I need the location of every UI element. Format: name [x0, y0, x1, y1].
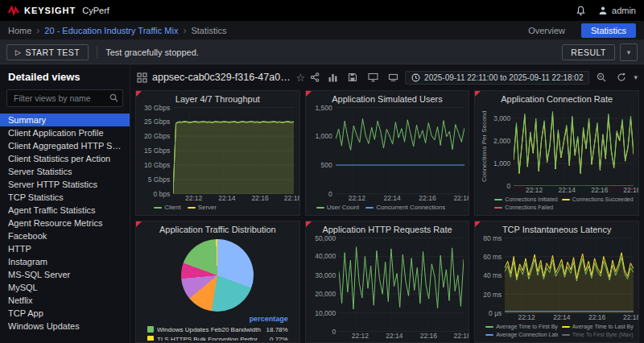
http-requests-chart[interactable]: 50,00040,00030,00020,00010,000022:1222:1…: [306, 238, 469, 342]
user-menu[interactable]: admin: [598, 6, 636, 15]
sidebar-item-netflix[interactable]: Netflix: [0, 294, 130, 307]
sidebar-item-tcp-statistics[interactable]: TCP Statistics: [0, 191, 130, 204]
legend-item[interactable]: Connections Succeeded: [562, 196, 634, 204]
sidebar-item-summary[interactable]: Summary: [0, 114, 130, 126]
chart-plot[interactable]: [336, 107, 464, 194]
panel-error-indicator: [306, 91, 312, 97]
x-axis-labels: 22:1222:1422:1622:18: [178, 194, 294, 203]
x-axis-labels: 22:1222:1422:1622:18: [341, 194, 464, 203]
legend-item[interactable]: User Count: [316, 204, 359, 212]
tv-mode-icon[interactable]: [385, 69, 401, 85]
pie-legend-row[interactable]: Windows Updates Feb20 Bandwidth18.78%: [147, 324, 288, 334]
y-axis-labels: 3,0002,0001,0000: [489, 107, 514, 186]
favorite-star-icon[interactable]: ☆: [295, 72, 305, 84]
dashboard-title: appsec-cab0c329-f316-47a0-8b9b-b39721fa6…: [152, 72, 291, 83]
zoom-out-icon[interactable]: [593, 69, 609, 85]
legend-series-mark: [494, 199, 502, 200]
chart-plot[interactable]: [339, 238, 464, 332]
y-axis-labels: 80 ms60 ms40 ms20 ms0 µs: [480, 238, 505, 313]
legend-item[interactable]: Concurrent Connections: [365, 204, 445, 212]
traffic-distribution-chart[interactable]: percentageWindows Updates Feb20 Bandwidt…: [136, 238, 299, 342]
tcp-latency-chart[interactable]: 80 ms60 ms40 ms20 ms0 µs22:1222:1422:162…: [475, 238, 638, 342]
sidebar-item-client-aggregated-http-statistics[interactable]: Client Aggregated HTTP Statistics: [0, 139, 130, 152]
test-action-bar: ▷ START TEST Test gracefully stopped. RE…: [0, 40, 644, 64]
x-axis-labels: 22:1222:1422:1622:18: [510, 313, 634, 322]
legend-series-mark: [485, 334, 493, 336]
pie-legend-label: TLS HTTPS Bulk Encryption Performance: [157, 336, 266, 341]
chart-plot[interactable]: [505, 238, 634, 313]
legend-swatch: [147, 326, 154, 333]
analytics-icon[interactable]: [324, 69, 341, 85]
sidebar-item-instagram[interactable]: Instagram: [0, 255, 130, 268]
filter-views-input[interactable]: [6, 89, 123, 107]
refresh-icon[interactable]: [613, 69, 630, 85]
chart-plot[interactable]: [514, 107, 634, 186]
sidebar-item-server-http-statistics[interactable]: Server HTTP Statistics: [0, 178, 130, 191]
connection-rate-chart[interactable]: Connections Per Second3,0002,0001,000022…: [475, 107, 638, 215]
play-icon: ▷: [15, 48, 21, 56]
chart-plot-row: 1,5001,0005000: [311, 107, 464, 194]
legend-series-mark: [316, 207, 324, 209]
legend-item[interactable]: Time To First Byte (Max): [562, 331, 634, 339]
notifications-bell-icon[interactable]: [572, 2, 588, 19]
search-icon: [109, 93, 118, 102]
result-button[interactable]: RESULT: [562, 44, 615, 60]
legend-item[interactable]: Average Connection Latency: [485, 331, 557, 339]
pie-legend-table: percentageWindows Updates Feb20 Bandwidt…: [147, 314, 288, 341]
refresh-interval-dropdown[interactable]: ▾: [634, 73, 638, 81]
tab-statistics[interactable]: Statistics: [581, 23, 636, 38]
traffic-distribution-pie[interactable]: [181, 239, 254, 312]
pie-legend-value: 0.72%: [270, 336, 288, 341]
time-range-picker[interactable]: 2025-09-11 22:11:00 to 2025-09-11 22:18:…: [405, 71, 589, 85]
legend-swatch: [147, 336, 154, 341]
monitor-icon[interactable]: [365, 69, 381, 85]
keysight-logo-icon: [8, 5, 19, 16]
legend-series-mark: [188, 207, 196, 209]
throughput-chart[interactable]: 30 Gbps25 Gbps20 Gbps15 Gbps10 Gbps5 Gbp…: [136, 107, 299, 215]
panel-tcp-latency: TCP Instantaneous Latency 80 ms60 ms40 m…: [474, 221, 639, 343]
share-icon[interactable]: [310, 69, 320, 85]
legend-item[interactable]: Client: [154, 204, 180, 212]
sidebar-item-http[interactable]: HTTP: [0, 242, 130, 255]
sidebar-item-agent-traffic-statistics[interactable]: Agent Traffic Statistics: [0, 204, 130, 217]
x-axis-labels: 22:1222:1422:1622:18: [518, 186, 634, 195]
panel-traffic-distribution: Application Traffic Distribution percent…: [135, 221, 300, 343]
pie-legend-row[interactable]: TLS HTTPS Bulk Encryption Performance0.7…: [147, 334, 288, 341]
breadcrumb-page: Statistics: [191, 26, 226, 35]
start-test-button[interactable]: ▷ START TEST: [6, 44, 89, 60]
sidebar-item-windows-updates[interactable]: Windows Updates: [0, 320, 130, 333]
sidebar-item-client-application-profile[interactable]: Client Application Profile: [0, 126, 130, 139]
sidebar-item-agent-resource-metrics[interactable]: Agent Resource Metrics: [0, 217, 130, 229]
legend-item[interactable]: Average Time to Last Byte: [562, 323, 634, 331]
breadcrumb-home[interactable]: Home: [8, 26, 31, 35]
legend-series-mark: [562, 326, 570, 328]
tab-overview[interactable]: Overview: [518, 23, 575, 38]
sidebar-item-server-statistics[interactable]: Server Statistics: [0, 165, 130, 178]
breadcrumb-test-name[interactable]: 20 - Education Industry Traffic Mix: [44, 26, 178, 35]
y-axis-labels: 50,00040,00030,00020,00010,0000: [311, 238, 340, 332]
username: admin: [612, 6, 636, 15]
chart-plot[interactable]: [173, 107, 294, 194]
y-axis-labels: 30 Gbps25 Gbps20 Gbps15 Gbps10 Gbps5 Gbp…: [141, 107, 173, 194]
apps-grid-icon[interactable]: [137, 69, 147, 85]
legend-item[interactable]: Average Time to First Byte: [485, 323, 557, 331]
sidebar-item-ms-sql-server[interactable]: MS-SQL Server: [0, 268, 130, 281]
legend-item[interactable]: Server: [188, 204, 217, 212]
panel-title[interactable]: Application Connection Rate: [475, 91, 638, 107]
save-icon[interactable]: [345, 69, 361, 85]
legend-item[interactable]: Connections Failed: [494, 204, 553, 212]
chart-plot-row: 30 Gbps25 Gbps20 Gbps15 Gbps10 Gbps5 Gbp…: [141, 107, 295, 194]
sidebar-item-mysql[interactable]: MySQL: [0, 281, 130, 294]
panel-layer47-throughput: Layer 4/7 Throughput 30 Gbps25 Gbps20 Gb…: [135, 90, 300, 216]
sidebar-item-facebook[interactable]: Facebook: [0, 229, 130, 242]
sidebar-item-tcp-app[interactable]: TCP App: [0, 307, 130, 320]
chart-plot-row: Connections Per Second3,0002,0001,0000: [480, 107, 634, 186]
simulated-users-chart[interactable]: 1,5001,000500022:1222:1422:1622:18User C…: [306, 107, 469, 215]
legend-item[interactable]: Connections Initiated: [494, 196, 557, 204]
top-app-bar: KEYSIGHT CyPerf admin: [0, 0, 644, 21]
result-dropdown-button[interactable]: ▾: [620, 43, 638, 61]
panel-title[interactable]: Application Traffic Distribution: [136, 221, 299, 238]
time-range-text: 2025-09-11 22:11:00 to 2025-09-11 22:18:…: [424, 73, 583, 82]
sidebar-item-client-statistics-per-action[interactable]: Client Statistics per Action: [0, 152, 130, 165]
percentage-column-header[interactable]: percentage: [147, 314, 288, 324]
